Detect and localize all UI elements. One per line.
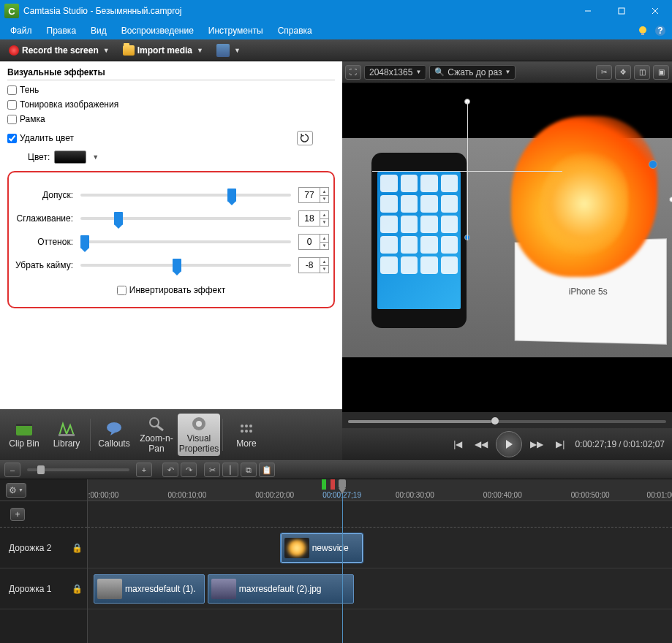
colorize-checkbox-row[interactable]: Тонировка изображения — [7, 99, 335, 110]
tab-library[interactable]: Library — [45, 414, 88, 456]
more-icon — [237, 421, 256, 437]
timeline-ruler[interactable]: 00:00:00;00 00:00:10;00 00:00:20;00 00:0… — [88, 479, 672, 501]
canvas-dimensions[interactable]: 2048x1365 ▼ — [364, 65, 426, 80]
shrink-to-fit[interactable]: 🔍 Сжать до раз ▼ — [429, 65, 516, 80]
cut-button[interactable]: ✂ — [204, 463, 220, 477]
tab-zoom-pan[interactable]: Zoom-n-Pan — [135, 414, 178, 456]
rotate-handle[interactable] — [649, 160, 657, 169]
svg-point-17 — [245, 425, 248, 427]
playback-controls: |◀ ◀◀ ▶▶ ▶| 0:00:27;19 / 0:01:02;07 — [342, 428, 672, 460]
menu-help[interactable]: Справка — [271, 24, 320, 37]
svg-rect-10 — [58, 434, 75, 436]
defringe-input[interactable]: ▲▼ — [298, 257, 329, 273]
bulb-icon[interactable] — [637, 25, 649, 37]
softness-input[interactable]: ▲▼ — [298, 210, 329, 227]
track-2[interactable]: newsvide — [88, 528, 672, 568]
menu-edit[interactable]: Правка — [39, 24, 84, 37]
timeline-zoom-slider[interactable] — [27, 468, 129, 471]
fullscreen-button[interactable]: ▣ — [653, 65, 669, 80]
reset-button[interactable] — [297, 131, 313, 145]
paste-button[interactable]: 📋 — [259, 463, 275, 477]
menu-view[interactable]: Вид — [83, 24, 114, 37]
canvas-size-icon[interactable]: ⛶ — [345, 65, 361, 80]
preview-scrubber[interactable] — [348, 415, 666, 428]
preview-fire-clip[interactable] — [504, 102, 672, 292]
library-icon — [57, 421, 76, 437]
lock-icon[interactable]: 🔒 — [72, 543, 83, 553]
redo-button[interactable]: ↷ — [181, 463, 197, 477]
remove-color-checkbox[interactable] — [7, 134, 17, 143]
tab-visual-properties[interactable]: Visual Properties — [178, 414, 220, 456]
import-media-button[interactable]: Import media▼ — [118, 43, 208, 58]
clip-bin-icon — [15, 421, 34, 437]
svg-rect-1 — [619, 8, 624, 14]
menu-file[interactable]: Файл — [3, 24, 39, 37]
step-fwd-button[interactable]: ▶▶ — [528, 435, 545, 453]
undo-button[interactable]: ↶ — [162, 463, 178, 477]
minimize-button[interactable] — [571, 0, 605, 22]
panel-title: Визуальные эффекты — [7, 67, 335, 80]
clip-maxres-1[interactable]: maxresdefault (1). — [94, 574, 205, 604]
add-track-button[interactable]: + — [10, 508, 25, 521]
remove-color-checkbox-row[interactable]: Удалить цвет — [7, 133, 74, 143]
playhead[interactable] — [342, 479, 343, 643]
svg-point-4 — [639, 26, 646, 34]
pan-button[interactable]: ✥ — [615, 65, 631, 80]
track-1-label[interactable]: Дорожка 1🔒 — [0, 568, 87, 609]
detach-button[interactable]: ◫ — [634, 65, 650, 80]
menu-playback[interactable]: Воспроизведение — [114, 24, 201, 37]
invert-checkbox-row[interactable]: Инвертировать эффект — [117, 285, 225, 295]
prev-clip-button[interactable]: |◀ — [449, 435, 467, 453]
lock-icon[interactable]: 🔒 — [72, 584, 83, 594]
play-button[interactable] — [496, 431, 522, 457]
hue-input[interactable]: ▲▼ — [298, 234, 329, 250]
shadow-checkbox[interactable] — [7, 85, 17, 95]
tolerance-slider[interactable] — [80, 194, 291, 197]
softness-slider[interactable] — [80, 217, 291, 220]
tolerance-input[interactable]: ▲▼ — [298, 187, 329, 203]
track-1[interactable]: maxresdefault (1). maxresdefault (2).jpg — [88, 568, 672, 609]
hue-slider[interactable] — [80, 240, 291, 243]
svg-rect-5 — [641, 33, 644, 35]
defringe-slider[interactable] — [80, 264, 291, 267]
clip-newsvideo[interactable]: newsvide — [281, 533, 363, 563]
folder-icon — [123, 45, 135, 56]
border-checkbox[interactable] — [7, 115, 17, 124]
close-button[interactable] — [638, 0, 672, 22]
timeline-options-button[interactable]: ⚙▼ — [6, 483, 26, 498]
svg-text:?: ? — [657, 26, 662, 36]
spacer-track — [88, 501, 672, 528]
track-2-label[interactable]: Дорожка 2🔒 — [0, 528, 87, 568]
clip-maxres-2[interactable]: maxresdefault (2).jpg — [208, 574, 354, 604]
preview-phone — [371, 153, 467, 328]
border-checkbox-row[interactable]: Рамка — [7, 114, 335, 124]
record-screen-button[interactable]: Record the screen▼ — [4, 43, 114, 58]
split-button[interactable]: ⎮ — [222, 463, 238, 477]
shadow-checkbox-row[interactable]: Тень — [7, 85, 335, 95]
svg-point-16 — [241, 425, 243, 427]
record-icon — [9, 45, 19, 56]
tab-more[interactable]: More — [225, 414, 268, 456]
timeline-tracks[interactable]: 00:00:00;00 00:00:10;00 00:00:20;00 00:0… — [88, 479, 672, 643]
crop-button[interactable]: ✂ — [596, 65, 612, 80]
help-icon[interactable]: ? — [654, 25, 666, 37]
color-picker[interactable] — [54, 151, 86, 164]
colorize-checkbox[interactable] — [7, 100, 17, 110]
main-toolbar: Record the screen▼ Import media▼ ▼ — [0, 39, 672, 61]
produce-icon — [216, 44, 230, 57]
copy-button[interactable]: ⧉ — [241, 463, 257, 477]
preview-toolbar: ⛶ 2048x1365 ▼ 🔍 Сжать до раз ▼ ✂ ✥ ◫ ▣ — [342, 61, 672, 83]
maximize-button[interactable] — [605, 0, 638, 22]
produce-button[interactable]: ▼ — [212, 42, 245, 59]
next-clip-button[interactable]: ▶| — [551, 435, 569, 453]
tab-callouts[interactable]: Callouts — [93, 414, 135, 456]
step-back-button[interactable]: ◀◀ — [472, 435, 490, 453]
tab-clip-bin[interactable]: Clip Bin — [3, 414, 45, 456]
zoom-in-button[interactable]: + — [136, 463, 152, 477]
svg-point-18 — [249, 425, 252, 427]
preview-canvas[interactable]: iPhone 5s — [342, 83, 672, 412]
invert-checkbox[interactable] — [117, 286, 127, 295]
zoom-out-button[interactable]: – — [4, 463, 20, 477]
menu-tools[interactable]: Инструменты — [201, 24, 271, 37]
defringe-label: Убрать кайму: — [13, 260, 73, 270]
